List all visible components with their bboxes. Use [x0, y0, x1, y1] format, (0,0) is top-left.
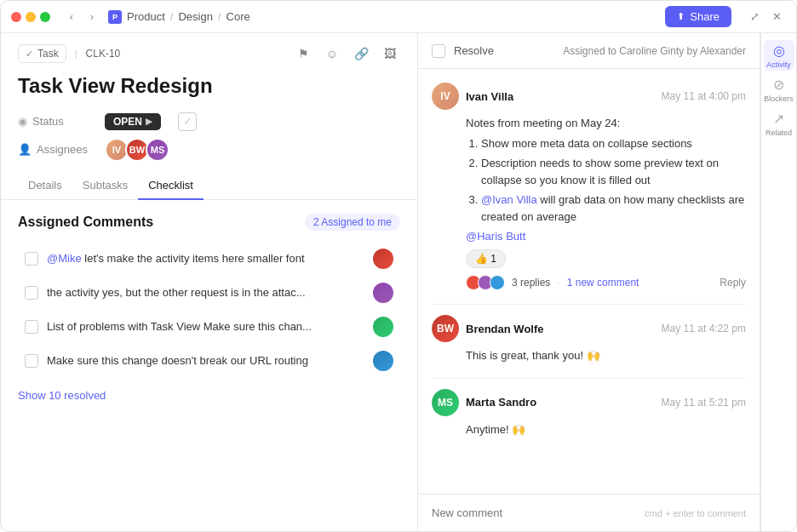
breadcrumb-product[interactable]: Product [127, 10, 165, 23]
link-button[interactable]: 🔗 [351, 43, 371, 64]
blockers-icon: ⊘ [773, 77, 784, 93]
checklist-item-1: @Mike let's make the activity items here… [18, 243, 400, 275]
assignees-label: 👤 Assignees [18, 143, 95, 156]
emoji-button[interactable]: ☺ [322, 43, 342, 64]
status-check-button[interactable]: ✓ [178, 112, 197, 131]
task-title: Task View Redesign [18, 74, 400, 99]
comment-body-ivan: Notes from meeting on May 24: Show more … [432, 115, 746, 225]
sidebar-icons: ◎ Activity ⊘ Blockers ↗ Related [760, 33, 796, 531]
expand-button[interactable]: ⤢ [745, 8, 764, 26]
mention-tag-haris: @Haris Butt [432, 230, 746, 243]
reply-avatars [466, 275, 505, 290]
status-field-icon: ◉ [18, 115, 27, 128]
item-text-3: List of problems with Task View Make sur… [47, 320, 364, 333]
window-controls: ⤢ ✕ [745, 8, 786, 26]
sidebar-activity-button[interactable]: ◎ Activity [764, 40, 794, 71]
dot-sep: · [557, 277, 559, 289]
avatar-brendan: BW [432, 315, 459, 342]
traffic-lights [11, 12, 50, 22]
item-text-4: Make sure this change doesn't break our … [47, 354, 364, 367]
divider-2 [432, 378, 746, 379]
share-label: Share [690, 10, 720, 23]
related-label: Related [765, 129, 792, 137]
reply-button[interactable]: Reply [720, 277, 746, 289]
checkbox-2[interactable] [25, 286, 38, 300]
checkbox-4[interactable] [25, 354, 38, 368]
avatar-marta: MS [432, 389, 459, 416]
back-button[interactable]: ‹ [62, 8, 81, 26]
activity-icon: ◎ [773, 43, 785, 59]
task-id: CLK-10 [86, 48, 121, 60]
checklist-content: Assigned Comments 2 Assigned to me @Mike… [1, 200, 417, 531]
avatar-3[interactable]: MS [146, 138, 169, 162]
checklist-item-2: the activity yes, but the other request … [18, 277, 400, 309]
reply-avatar-3 [490, 275, 505, 290]
checkbox-1[interactable] [25, 252, 38, 266]
task-type-label: Task [37, 48, 59, 60]
item-text-2: the activity yes, but the other request … [47, 286, 364, 299]
checklist-item-4: Make sure this change doesn't break our … [18, 345, 400, 377]
task-type-badge: ✓ Task [18, 44, 66, 63]
show-resolved-button[interactable]: Show 10 resolved [18, 389, 106, 402]
assigned-badge[interactable]: 2 Assigned to me [305, 214, 400, 231]
close-button[interactable] [11, 12, 21, 22]
left-panel: ✓ Task | CLK-10 ⚑ ☺ 🔗 🖼 Task View Redesi… [1, 33, 418, 531]
item-avatar-3 [373, 317, 393, 337]
comment-body-marta: Anytime! 🙌 [432, 421, 746, 438]
status-badge[interactable]: OPEN ▶ [105, 113, 161, 130]
tab-checklist[interactable]: Checklist [138, 172, 204, 200]
status-text: OPEN [113, 116, 142, 128]
resolve-label: Resolve [454, 44, 494, 57]
new-comment-link[interactable]: 1 new comment [567, 277, 639, 289]
item-avatar-2 [373, 283, 393, 303]
breadcrumb-core[interactable]: Core [226, 10, 250, 23]
meta-sep: | [75, 49, 77, 59]
minimize-button[interactable] [26, 12, 36, 22]
list-item-2: Description needs to show some preview t… [481, 155, 746, 188]
item-text-1: @Mike let's make the activity items here… [47, 252, 364, 265]
assignee-avatars: IV BW MS [105, 138, 169, 162]
item-avatar-4 [373, 351, 393, 371]
share-button[interactable]: ⬆ Share [665, 6, 731, 27]
resolve-checkbox[interactable] [432, 44, 445, 58]
comment-list-ivan: Show more meta data on collapse sections… [466, 135, 746, 226]
comment-input-area: cmd + enter to comment [418, 494, 760, 531]
comment-shortcut: cmd + enter to comment [645, 508, 746, 518]
comment-brendan: BW Brendan Wolfe May 11 at 4:22 pm This … [432, 315, 746, 364]
breadcrumb: P Product / Design / Core [108, 10, 250, 24]
blockers-label: Blockers [764, 94, 794, 103]
tab-details[interactable]: Details [18, 172, 72, 200]
section-header: Assigned Comments 2 Assigned to me [18, 214, 400, 231]
comment-input-row: cmd + enter to comment [432, 503, 746, 523]
comment-input[interactable] [432, 503, 638, 523]
forward-button[interactable]: › [83, 8, 101, 26]
replies-text[interactable]: 3 replies [512, 277, 550, 289]
task-fields: ◉ Status OPEN ▶ ✓ 👤 Assignees [18, 112, 400, 162]
nav-arrows: ‹ › [62, 8, 101, 26]
activity-label: Activity [766, 60, 791, 69]
author-brendan: Brendan Wolfe [466, 323, 544, 335]
comment-body-brendan: This is great, thank you! 🙌 [432, 347, 746, 364]
reply-bar-ivan: 3 replies · 1 new comment Reply [432, 275, 746, 290]
breadcrumb-design[interactable]: Design [178, 10, 212, 23]
image-button[interactable]: 🖼 [380, 43, 400, 64]
task-meta-row: ✓ Task | CLK-10 ⚑ ☺ 🔗 🖼 [18, 43, 400, 64]
flag-button[interactable]: ⚑ [293, 43, 313, 64]
reaction-thumbsup[interactable]: 👍 1 [466, 249, 506, 268]
comment-marta: MS Marta Sandro May 11 at 5:21 pm Anytim… [432, 389, 746, 438]
right-panel: Resolve Assigned to Caroline Ginty by Al… [418, 33, 796, 531]
tab-subtasks[interactable]: Subtasks [72, 172, 138, 200]
breadcrumb-sep-1: / [170, 10, 174, 23]
maximize-button[interactable] [40, 12, 50, 22]
assignees-field: 👤 Assignees IV BW MS [18, 138, 400, 162]
sidebar-related-button[interactable]: ↗ Related [764, 108, 794, 139]
checkbox-3[interactable] [25, 320, 38, 334]
close-window-button[interactable]: ✕ [767, 8, 786, 26]
related-icon: ↗ [773, 111, 784, 127]
sidebar-blockers-button[interactable]: ⊘ Blockers [764, 74, 794, 105]
breadcrumb-sep-2: / [218, 10, 221, 23]
comment-text-ivan: Notes from meeting on May 24: [466, 115, 746, 132]
author-marta: Marta Sandro [466, 396, 536, 409]
comment-text-brendan: This is great, thank you! 🙌 [466, 347, 746, 364]
comment-text-marta: Anytime! 🙌 [466, 421, 746, 438]
